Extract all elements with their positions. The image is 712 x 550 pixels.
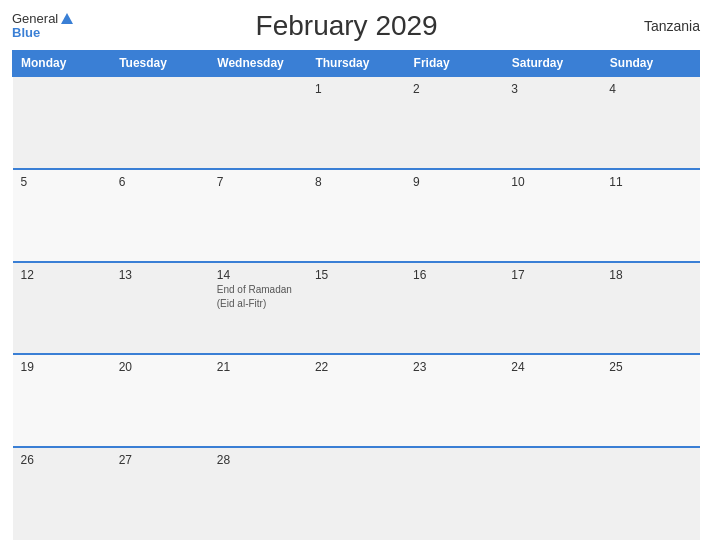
day-number: 9 — [413, 175, 495, 189]
header-saturday: Saturday — [503, 51, 601, 77]
day-number: 12 — [21, 268, 103, 282]
day-number: 7 — [217, 175, 299, 189]
day-number: 5 — [21, 175, 103, 189]
day-number: 13 — [119, 268, 201, 282]
day-event: End of Ramadan (Eid al-Fitr) — [217, 284, 292, 309]
day-cell: 26 — [13, 447, 111, 540]
week-row-4: 262728 — [13, 447, 700, 540]
calendar-header: General Blue February 2029 Tanzania — [12, 10, 700, 42]
day-number: 4 — [609, 82, 691, 96]
day-cell: 20 — [111, 354, 209, 447]
day-number: 26 — [21, 453, 103, 467]
calendar-table: Monday Tuesday Wednesday Thursday Friday… — [12, 50, 700, 540]
day-cell: 13 — [111, 262, 209, 355]
day-number: 17 — [511, 268, 593, 282]
day-cell: 7 — [209, 169, 307, 262]
day-cell: 12 — [13, 262, 111, 355]
week-row-1: 567891011 — [13, 169, 700, 262]
day-number: 27 — [119, 453, 201, 467]
calendar-page: General Blue February 2029 Tanzania Mond… — [0, 0, 712, 550]
day-number: 21 — [217, 360, 299, 374]
day-cell: 10 — [503, 169, 601, 262]
day-cell: 2 — [405, 76, 503, 169]
day-cell: 19 — [13, 354, 111, 447]
day-cell: 27 — [111, 447, 209, 540]
day-number: 8 — [315, 175, 397, 189]
day-cell: 5 — [13, 169, 111, 262]
day-number: 3 — [511, 82, 593, 96]
day-number: 10 — [511, 175, 593, 189]
day-cell: 9 — [405, 169, 503, 262]
day-cell: 17 — [503, 262, 601, 355]
day-cell: 25 — [601, 354, 699, 447]
calendar-title: February 2029 — [73, 10, 620, 42]
day-cell: 3 — [503, 76, 601, 169]
day-cell: 4 — [601, 76, 699, 169]
day-cell — [13, 76, 111, 169]
day-cell: 28 — [209, 447, 307, 540]
header-tuesday: Tuesday — [111, 51, 209, 77]
header-monday: Monday — [13, 51, 111, 77]
day-cell — [209, 76, 307, 169]
day-cell: 18 — [601, 262, 699, 355]
day-number: 19 — [21, 360, 103, 374]
day-cell: 21 — [209, 354, 307, 447]
logo: General Blue — [12, 12, 73, 41]
day-number: 28 — [217, 453, 299, 467]
day-cell: 11 — [601, 169, 699, 262]
day-number: 6 — [119, 175, 201, 189]
week-row-0: 1234 — [13, 76, 700, 169]
day-number: 22 — [315, 360, 397, 374]
day-number: 14 — [217, 268, 299, 282]
day-number: 1 — [315, 82, 397, 96]
weekday-header-row: Monday Tuesday Wednesday Thursday Friday… — [13, 51, 700, 77]
day-number: 15 — [315, 268, 397, 282]
day-cell — [111, 76, 209, 169]
logo-blue: Blue — [12, 26, 40, 40]
day-cell: 8 — [307, 169, 405, 262]
day-number: 24 — [511, 360, 593, 374]
week-row-2: 121314End of Ramadan (Eid al-Fitr)151617… — [13, 262, 700, 355]
day-number: 23 — [413, 360, 495, 374]
day-cell — [307, 447, 405, 540]
day-cell — [503, 447, 601, 540]
day-cell: 1 — [307, 76, 405, 169]
header-wednesday: Wednesday — [209, 51, 307, 77]
week-row-3: 19202122232425 — [13, 354, 700, 447]
day-number: 11 — [609, 175, 691, 189]
day-number: 20 — [119, 360, 201, 374]
day-cell — [405, 447, 503, 540]
day-cell: 15 — [307, 262, 405, 355]
header-friday: Friday — [405, 51, 503, 77]
logo-general: General — [12, 12, 58, 26]
country-label: Tanzania — [620, 18, 700, 34]
day-number: 18 — [609, 268, 691, 282]
header-sunday: Sunday — [601, 51, 699, 77]
day-number: 25 — [609, 360, 691, 374]
day-cell: 14End of Ramadan (Eid al-Fitr) — [209, 262, 307, 355]
day-cell — [601, 447, 699, 540]
day-number: 2 — [413, 82, 495, 96]
day-cell: 23 — [405, 354, 503, 447]
day-cell: 22 — [307, 354, 405, 447]
day-cell: 6 — [111, 169, 209, 262]
logo-triangle-icon — [61, 13, 73, 24]
day-number: 16 — [413, 268, 495, 282]
day-cell: 24 — [503, 354, 601, 447]
day-cell: 16 — [405, 262, 503, 355]
header-thursday: Thursday — [307, 51, 405, 77]
